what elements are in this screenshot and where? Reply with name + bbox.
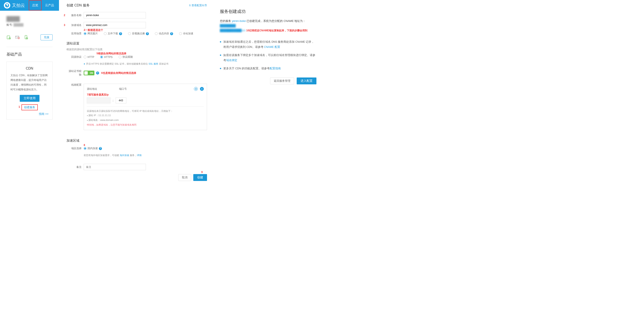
config-guide-link[interactable]: 配置指南 bbox=[270, 67, 281, 70]
help-icon[interactable]: ? bbox=[99, 147, 102, 150]
overseas-link[interactable]: 海外加速 bbox=[120, 154, 129, 156]
region-hint-a: 若您有海外地区加速需求，可创建 bbox=[84, 154, 120, 156]
cert-switch[interactable]: ON bbox=[84, 71, 94, 75]
scene-opt-media[interactable]: 音视频点播? bbox=[128, 32, 149, 36]
account-id: █████ bbox=[14, 23, 24, 27]
nav-tab-products[interactable]: 云产品 bbox=[42, 0, 58, 11]
account-block: ████ 账号: █████ bbox=[6, 11, 52, 29]
nav-tab-overview[interactable]: 总览 bbox=[29, 0, 42, 11]
lc-warning: 特别地，如果是域名，注意不能与加速域名相同 bbox=[87, 123, 204, 127]
sidebar-section-title: 基础产品 bbox=[6, 52, 52, 57]
scene-label: 应用场景 bbox=[66, 32, 82, 36]
phone-icon[interactable] bbox=[24, 35, 28, 40]
help-icon[interactable]: ? bbox=[170, 32, 173, 35]
annot-step9: 9 bbox=[201, 171, 203, 174]
domain-bind-link[interactable]: 域名绑定 bbox=[226, 59, 237, 62]
annot-step6: 6也是根据自身网站的情况选择 bbox=[101, 71, 136, 75]
use-now-button[interactable]: 立即使用 bbox=[20, 95, 40, 102]
created-service-name: yeren-boke bbox=[232, 19, 246, 23]
brand-text: 又拍云 bbox=[12, 3, 25, 8]
service-name-input[interactable] bbox=[84, 12, 146, 19]
cert-label: 源站证书校验 bbox=[66, 69, 82, 77]
brand-logo[interactable]: 又拍云 bbox=[0, 2, 29, 9]
help-icon[interactable]: ? bbox=[96, 72, 99, 75]
mail-icon[interactable]: ! bbox=[15, 35, 20, 40]
proto-opt-follow[interactable]: 协议跟随 bbox=[119, 55, 133, 59]
proto-label: 回源协议 bbox=[66, 55, 82, 59]
lc-domain-example: 源站域名：www.domain.com bbox=[87, 118, 204, 123]
success-message: 您的服务 yeren-boke 已创建完成，系统为您分配的 CNAME 地址为：… bbox=[220, 19, 316, 33]
form-title: 创建 CDN 服务 bbox=[66, 3, 90, 8]
remark-input[interactable] bbox=[84, 164, 146, 170]
account-label: 账号: bbox=[6, 23, 13, 27]
proto-opt-http[interactable]: HTTP bbox=[84, 56, 94, 59]
help-icon[interactable]: ? bbox=[146, 32, 149, 35]
create-service-link[interactable]: 创建服务 bbox=[22, 104, 38, 110]
scene-opt-full[interactable]: 全站加速 bbox=[179, 32, 193, 36]
back-button[interactable]: 返回服务管理 bbox=[270, 78, 294, 84]
success-title: 服务创建成功 bbox=[220, 9, 316, 14]
cdn-card-title: CDN bbox=[10, 67, 48, 70]
cdn-card: CDN 又拍云 CDN，有效解决了互联网网络拥塞问题，提升终端用户访问速度，增强… bbox=[6, 62, 52, 120]
region-hint-b: 服务， bbox=[129, 154, 137, 156]
annot-step8: 8 bbox=[84, 144, 85, 147]
brand-icon bbox=[4, 2, 10, 9]
annot-step5: 5根据自身网站的情况选择 bbox=[96, 52, 126, 55]
wizard-link[interactable]: 查看配置向导 bbox=[189, 4, 207, 7]
https-hint-a: 开启 HTTPS 协议需要绑定 SSL 证书，请在创建服务后前往 bbox=[86, 63, 149, 65]
line-config-label: 线路配置 bbox=[66, 83, 82, 87]
help-icon[interactable]: ? bbox=[119, 32, 122, 35]
guide-link[interactable]: 指南 >> bbox=[10, 112, 48, 116]
annot-step4: 4一般都是选这个 bbox=[84, 28, 103, 32]
recharge-button[interactable]: 充值 bbox=[40, 34, 52, 40]
lc-desc: 回源地址表示源站实际可访问的网络地址，可填写 IP 地址或域名地址，示例如下： bbox=[87, 109, 204, 113]
radio-icon bbox=[128, 32, 131, 35]
origin-section-sub: 根据您的源站情况配置以下信息 bbox=[66, 48, 207, 51]
proto-opt-https[interactable]: HTTPS bbox=[100, 56, 112, 59]
region-section-title: 加速区域 bbox=[66, 139, 207, 143]
https-hint-b: 添加证书 bbox=[158, 63, 168, 65]
scene-opt-download[interactable]: 文件下载? bbox=[104, 32, 122, 36]
ssl-service-link[interactable]: SSL 服务 bbox=[148, 63, 158, 65]
radio-icon bbox=[104, 32, 106, 35]
origin-section-title: 源站设置 bbox=[66, 42, 207, 46]
service-name-label: 服务名称 bbox=[66, 14, 82, 17]
list-item: 如需在该服务下绑定多个加速域名，可以前往域名管理模块进行绑定。请参考域名绑定 bbox=[220, 53, 316, 63]
radio-icon bbox=[84, 147, 86, 150]
annot-step1: 1 bbox=[18, 105, 20, 108]
region-opt-domestic[interactable]: 国内加速? bbox=[84, 147, 102, 150]
annot-step10: 10记得把这CNAME地址复制起来，下面的步骤会用到 bbox=[246, 29, 308, 32]
cname-value-2: ███████████om bbox=[220, 29, 246, 32]
tips-list: 加速域名审核通过之后，您需前往域名 DNS 服务商处添加 CNAME 记录，将用… bbox=[220, 39, 316, 71]
domain-label: 加速域名 bbox=[66, 24, 82, 27]
annot-step2: 2 bbox=[64, 14, 65, 17]
radio-icon bbox=[119, 56, 122, 58]
annot-step3: 3 bbox=[64, 24, 65, 27]
cname-config-link[interactable]: CNAME 配置 bbox=[264, 46, 280, 49]
create-button[interactable]: 创建 bbox=[193, 174, 207, 181]
cancel-button[interactable]: 取消 bbox=[178, 174, 191, 181]
goto-config-button[interactable]: 进入配置 bbox=[297, 78, 316, 84]
port-input[interactable] bbox=[116, 98, 126, 104]
domain-input[interactable] bbox=[84, 22, 146, 28]
origin-addr-header: 源站地址 bbox=[87, 87, 112, 91]
line-config-box: 源站地址 端口号 ⚙ + 7填写服务器真实ip : 回源地址表示源站实际可访问的… bbox=[84, 84, 207, 130]
radio-icon bbox=[155, 32, 158, 35]
scene-opt-dynamic[interactable]: 动态内容? bbox=[155, 32, 173, 36]
verify-icon[interactable] bbox=[6, 35, 11, 40]
region-label: 地区选择 bbox=[66, 147, 82, 150]
list-item: 更多关于 CDN 的功能及配置。请参考配置指南 bbox=[220, 66, 316, 71]
radio-icon bbox=[179, 32, 182, 35]
gear-icon[interactable]: ⚙ bbox=[194, 87, 198, 91]
radio-icon bbox=[84, 56, 86, 58]
scene-opt-web[interactable]: 网页图片 bbox=[84, 32, 98, 36]
cname-value: ████████ bbox=[220, 24, 236, 27]
cdn-card-desc: 又拍云 CDN，有效解决了互联网网络拥塞问题，提升终端用户访问速度，增强网站的可… bbox=[10, 73, 48, 92]
plus-icon[interactable]: + bbox=[200, 87, 204, 91]
region-detail-link[interactable]: 详情 bbox=[137, 154, 142, 156]
radio-icon bbox=[100, 56, 103, 58]
list-item: 加速域名审核通过之后，您需前往域名 DNS 服务商处添加 CNAME 记录，将用… bbox=[220, 39, 316, 50]
remark-label: 备注 bbox=[66, 165, 82, 169]
origin-ip-input[interactable] bbox=[87, 98, 110, 104]
account-name: ████ bbox=[6, 16, 52, 22]
